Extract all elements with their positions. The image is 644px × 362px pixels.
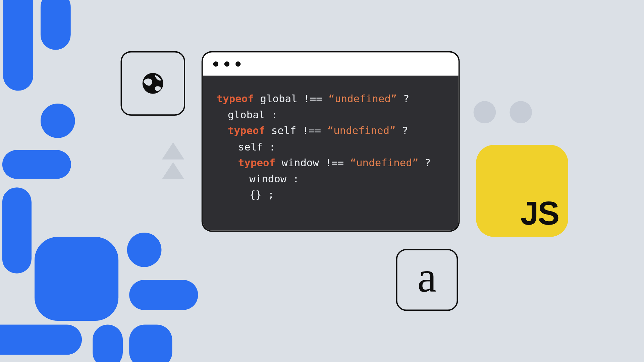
traffic-light-dot bbox=[224, 61, 229, 66]
js-badge-label: JS bbox=[521, 194, 559, 232]
glyph-card: a bbox=[396, 249, 458, 311]
window-titlebar bbox=[203, 52, 459, 75]
chevron-up-icon bbox=[162, 142, 184, 160]
decorative-shape bbox=[41, 0, 71, 50]
decorative-shape bbox=[3, 0, 33, 91]
traffic-light-dot bbox=[235, 61, 240, 66]
code-text: ? bbox=[397, 93, 409, 105]
code-text: self !== bbox=[265, 125, 327, 137]
code-text: self : bbox=[217, 139, 275, 155]
code-window: typeof global !== “undefined” ?global :t… bbox=[202, 51, 460, 232]
decorative-shape bbox=[41, 104, 75, 138]
decorative-shape bbox=[129, 325, 172, 362]
decorative-shape bbox=[2, 187, 32, 274]
code-text: window : bbox=[217, 171, 299, 187]
code-string: “undefined” bbox=[350, 157, 419, 169]
code-text: ? bbox=[396, 125, 408, 137]
globe-card bbox=[121, 51, 185, 116]
code-text: {} ; bbox=[217, 187, 274, 203]
code-keyword: typeof bbox=[228, 125, 265, 137]
code-text: global !== bbox=[254, 93, 328, 105]
decorative-shape bbox=[129, 280, 198, 310]
code-text: ? bbox=[418, 157, 431, 169]
globe-icon bbox=[141, 71, 165, 96]
letter-a-icon: a bbox=[418, 256, 437, 299]
code-body: typeof global !== “undefined” ?global :t… bbox=[203, 76, 459, 231]
code-text: global : bbox=[217, 107, 278, 123]
code-keyword: typeof bbox=[238, 157, 275, 169]
code-string: “undefined” bbox=[328, 93, 397, 105]
decorative-dot bbox=[474, 101, 496, 123]
traffic-light-dot bbox=[213, 61, 218, 66]
illustration-stage: typeof global !== “undefined” ?global :t… bbox=[0, 5, 644, 357]
js-badge: JS bbox=[476, 145, 568, 237]
decorative-shape bbox=[0, 325, 82, 355]
decorative-dot bbox=[509, 101, 532, 123]
decorative-shape bbox=[2, 150, 71, 179]
chevron-up-icon bbox=[162, 162, 184, 179]
decorative-shape bbox=[35, 237, 118, 321]
code-text: window !== bbox=[275, 157, 350, 169]
decorative-shape bbox=[93, 325, 123, 362]
decorative-shape bbox=[127, 233, 162, 267]
code-keyword: typeof bbox=[217, 93, 254, 105]
code-string: “undefined” bbox=[327, 125, 396, 137]
